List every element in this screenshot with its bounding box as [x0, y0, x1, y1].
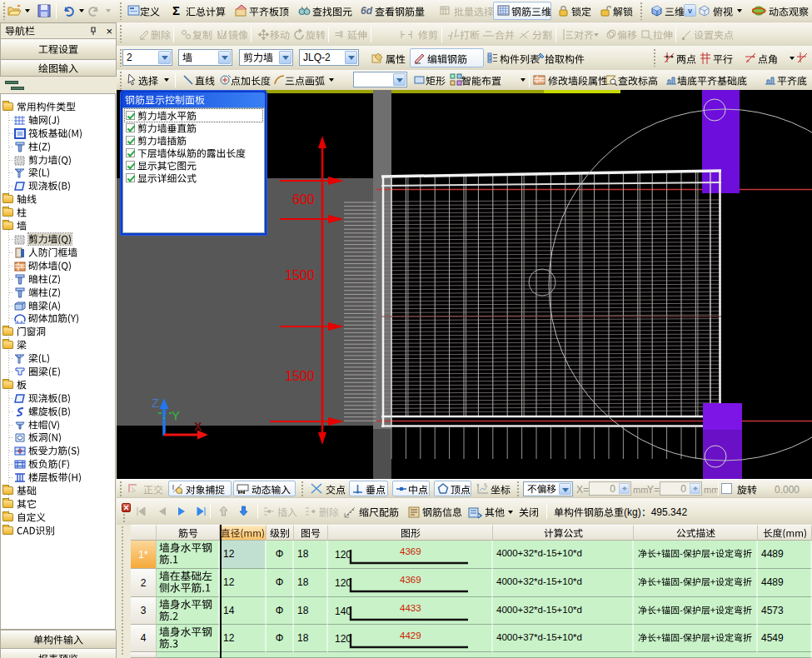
svg-text:Y: Y: [476, 483, 480, 488]
svg-text:4369: 4369: [400, 575, 421, 585]
svg-text:Z: Z: [152, 396, 159, 410]
svg-text:X: X: [194, 420, 202, 433]
svg-text:4369: 4369: [400, 546, 421, 556]
svg-text:4433: 4433: [400, 603, 421, 613]
svg-text:1500: 1500: [285, 268, 315, 282]
svg-text:Y: Y: [172, 408, 180, 422]
svg-text:600: 600: [292, 192, 315, 207]
svg-text:12: 12: [239, 490, 244, 495]
svg-text:4429: 4429: [400, 631, 421, 641]
svg-text:1500: 1500: [285, 369, 315, 383]
